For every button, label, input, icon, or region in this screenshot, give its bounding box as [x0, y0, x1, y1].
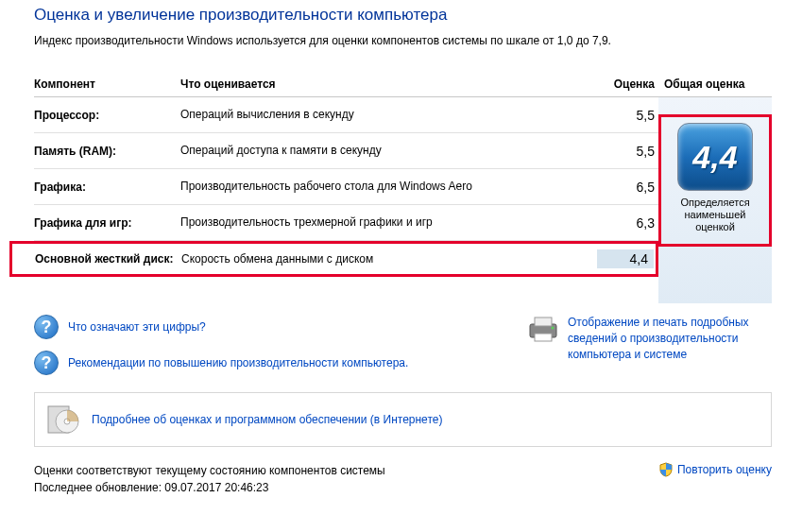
component-description: Скорость обмена данными с диском [181, 251, 597, 266]
component-label: Графика: [34, 180, 180, 194]
header-score: Оценка [602, 77, 658, 91]
component-label: Процессор: [34, 109, 180, 122]
component-score-lowest: 4,4 [597, 249, 654, 268]
header-component: Компонент [34, 77, 180, 91]
link-print-details[interactable]: Отображение и печать подробных сведений … [568, 315, 772, 362]
svg-rect-2 [535, 334, 552, 341]
component-label: Основной жесткий диск: [35, 252, 181, 266]
status-match-text: Оценки соответствуют текущему состоянию … [34, 462, 385, 479]
overall-score-value: 4,4 [692, 139, 737, 176]
header-overall: Общая оценка [658, 72, 772, 97]
link-recommendations[interactable]: Рекомендации по повышению производительн… [68, 355, 408, 371]
header-description: Что оценивается [180, 77, 602, 91]
component-description: Производительность рабочего стола для Wi… [180, 179, 602, 194]
link-rerun-assessment[interactable]: Повторить оценку [658, 462, 772, 477]
disc-icon [46, 403, 80, 437]
component-score: 6,3 [602, 215, 658, 231]
status-last-update: Последнее обновление: 09.07.2017 20:46:2… [34, 479, 385, 496]
overall-score-pane: 4,4 Определяется наименьшей оценкой [658, 97, 772, 303]
software-info-box: Подробнее об оценках и программном обесп… [34, 392, 772, 447]
rerun-label: Повторить оценку [677, 463, 772, 476]
component-score: 5,5 [602, 108, 658, 123]
help-icon: ? [34, 315, 59, 339]
component-description: Операций вычисления в секунду [180, 107, 602, 122]
table-row: Память (RAM): Операций доступа к памяти … [34, 133, 658, 169]
table-row-highlighted: Основной жесткий диск: Скорость обмена д… [9, 241, 658, 277]
overall-score-highlight: 4,4 Определяется наименьшей оценкой [658, 114, 772, 247]
printer-icon [526, 315, 560, 343]
page-subtitle: Индекс производительности Windows исполь… [34, 32, 772, 49]
shield-icon [658, 462, 674, 477]
table-row: Графика: Производительность рабочего сто… [34, 169, 658, 205]
component-description: Производительность трехмерной графики и … [180, 215, 602, 230]
table-row: Графика для игр: Производительность трех… [34, 205, 658, 241]
overall-score-caption: Определяется наименьшей оценкой [667, 197, 763, 234]
page-title: Оценка и увеличение производительности к… [34, 6, 772, 25]
link-what-numbers[interactable]: Что означают эти цифры? [68, 319, 206, 335]
component-description: Операций доступа к памяти в секунду [180, 143, 602, 158]
table-header: Компонент Что оценивается Оценка [34, 72, 658, 97]
svg-point-3 [552, 327, 555, 330]
component-label: Память (RAM): [34, 145, 180, 158]
component-label: Графика для игр: [34, 216, 180, 230]
svg-rect-1 [535, 317, 552, 326]
component-score: 5,5 [602, 144, 658, 159]
help-icon: ? [34, 351, 59, 375]
link-software-online[interactable]: Подробнее об оценках и программном обесп… [92, 412, 442, 428]
component-score: 6,5 [602, 180, 658, 195]
score-badge: 4,4 [677, 123, 753, 191]
table-row: Процессор: Операций вычисления в секунду… [34, 97, 658, 133]
